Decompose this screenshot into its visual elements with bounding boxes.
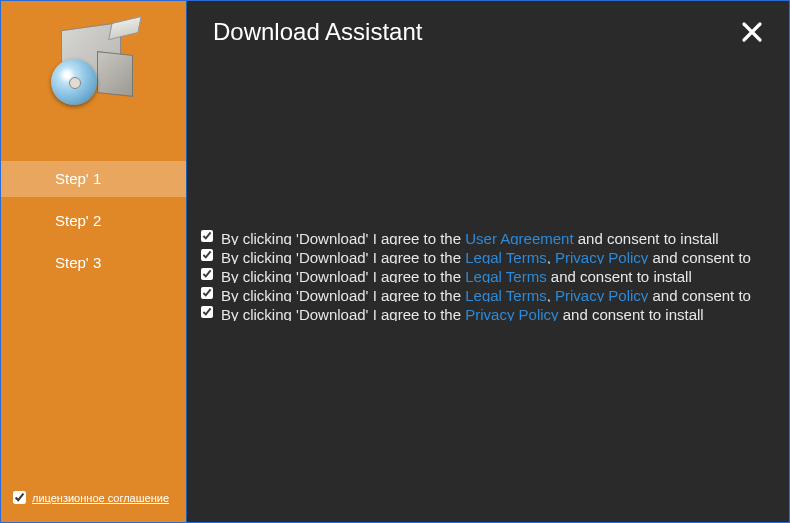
- agreement-link[interactable]: Legal Terms: [465, 268, 546, 283]
- agreement-line: By clicking 'Download' I agree to the Le…: [201, 246, 771, 264]
- close-button[interactable]: [737, 17, 767, 47]
- step-label: Step' 3: [55, 254, 101, 271]
- agreement-line: By clicking 'Download' I agree to the Pr…: [201, 303, 771, 321]
- step-2[interactable]: Step' 2: [1, 203, 186, 239]
- step-label: Step' 1: [55, 170, 101, 187]
- agreement-text: By clicking 'Download' I agree to the Pr…: [221, 303, 704, 321]
- title-bar: Download Assistant: [187, 1, 789, 47]
- agreement-checkbox[interactable]: [201, 287, 213, 299]
- agreement-text: By clicking 'Download' I agree to the Le…: [221, 265, 692, 283]
- agreement-checkbox[interactable]: [201, 306, 213, 318]
- agreement-text: By clicking 'Download' I agree to the Le…: [221, 246, 751, 264]
- agreement-line: By clicking 'Download' I agree to the Us…: [201, 227, 771, 245]
- step-list: Step' 1 Step' 2 Step' 3: [1, 161, 186, 281]
- agreement-line: By clicking 'Download' I agree to the Le…: [201, 284, 771, 302]
- installer-window: pcrisk.com Step' 1 Step' 2 Step' 3 лицен…: [0, 0, 790, 523]
- step-3[interactable]: Step' 3: [1, 245, 186, 281]
- agreement-link[interactable]: Privacy Policy: [465, 306, 558, 321]
- agreement-list: By clicking 'Download' I agree to the Us…: [187, 227, 789, 322]
- agreement-text: By clicking 'Download' I agree to the Us…: [221, 227, 719, 245]
- agreement-link[interactable]: Legal Terms: [465, 287, 546, 302]
- agreement-link[interactable]: User Agreement: [465, 230, 573, 245]
- agreement-line: By clicking 'Download' I agree to the Le…: [201, 265, 771, 283]
- close-icon: [740, 20, 764, 44]
- step-1[interactable]: Step' 1: [1, 161, 186, 197]
- main-panel: Download Assistant By clicking 'Download…: [187, 1, 789, 522]
- agreement-checkbox[interactable]: [201, 268, 213, 280]
- page-title: Download Assistant: [213, 18, 422, 46]
- agreement-checkbox[interactable]: [201, 249, 213, 261]
- agreement-checkbox[interactable]: [201, 230, 213, 242]
- license-checkbox[interactable]: [13, 491, 26, 504]
- license-agreement-row: лицензионное соглашение: [13, 491, 169, 504]
- agreement-link[interactable]: Privacy Policy: [555, 287, 648, 302]
- step-label: Step' 2: [55, 212, 101, 229]
- agreement-text: By clicking 'Download' I agree to the Le…: [221, 284, 751, 302]
- agreement-link[interactable]: Legal Terms: [465, 249, 546, 264]
- agreement-link[interactable]: Privacy Policy: [555, 249, 648, 264]
- installer-package-icon: [49, 21, 139, 101]
- license-link[interactable]: лицензионное соглашение: [32, 492, 169, 504]
- sidebar: Step' 1 Step' 2 Step' 3 лицензионное сог…: [1, 1, 187, 522]
